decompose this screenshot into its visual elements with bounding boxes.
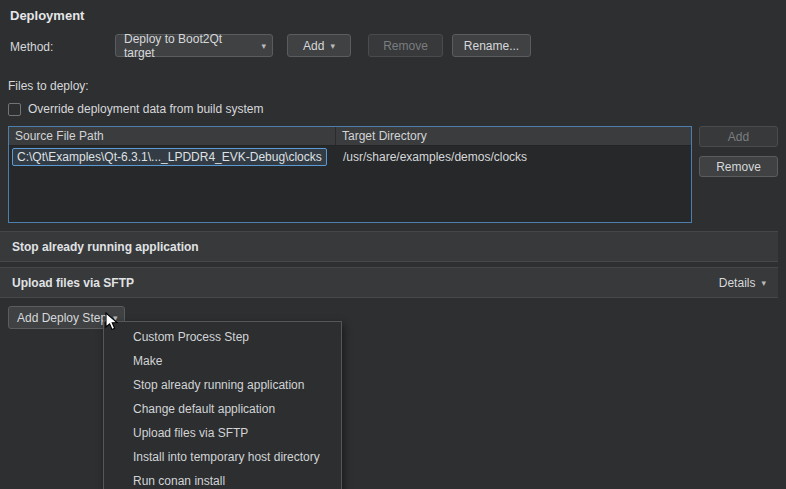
menu-item-run-conan-install[interactable]: Run conan install [105, 469, 340, 489]
target-directory-cell[interactable]: /usr/share/examples/demos/clocks [336, 150, 691, 164]
menu-item-stop-already-running-application[interactable]: Stop already running application [105, 373, 340, 397]
menu-item-make[interactable]: Make [105, 349, 340, 373]
column-header-target-directory[interactable]: Target Directory [336, 127, 691, 145]
table-header-row: Source File Path Target Directory [9, 127, 691, 146]
section-upload-files-sftp[interactable]: Upload files via SFTP Details ▾ [0, 267, 778, 298]
menu-item-change-default-application[interactable]: Change default application [105, 397, 340, 421]
remove-method-button[interactable]: Remove [368, 34, 443, 57]
rename-method-button[interactable]: Rename... [452, 34, 531, 57]
add-file-label: Add [728, 130, 749, 144]
table-row[interactable]: C:\Qt\Examples\Qt-6.3.1\..._LPDDR4_EVK-D… [9, 146, 691, 167]
rename-method-label: Rename... [464, 39, 519, 53]
add-deploy-step-menu: Custom Process Step Make Stop already ru… [103, 321, 342, 489]
source-path-cell[interactable]: C:\Qt\Examples\Qt-6.3.1\..._LPDDR4_EVK-D… [12, 148, 327, 166]
details-label: Details [719, 276, 756, 290]
method-combobox[interactable]: Deploy to Boot2Qt target ▾ [115, 34, 273, 57]
remove-method-label: Remove [383, 39, 428, 53]
section-title: Upload files via SFTP [12, 276, 134, 290]
remove-file-button[interactable]: Remove [699, 156, 778, 177]
menu-item-custom-process-step[interactable]: Custom Process Step [105, 325, 340, 349]
chevron-down-icon: ▾ [330, 41, 335, 51]
chevron-down-icon: ▾ [261, 41, 266, 51]
details-toggle[interactable]: Details ▾ [719, 276, 766, 290]
method-label: Method: [10, 40, 53, 54]
add-method-label: Add [303, 39, 324, 53]
menu-item-upload-files-via-sftp[interactable]: Upload files via SFTP [105, 421, 340, 445]
files-to-deploy-label: Files to deploy: [8, 79, 89, 93]
column-header-source-file-path[interactable]: Source File Path [9, 127, 336, 145]
remove-file-label: Remove [716, 160, 761, 174]
menu-item-install-into-temporary-host-directory[interactable]: Install into temporary host directory [105, 445, 340, 469]
override-deployment-checkbox-row[interactable]: Override deployment data from build syst… [8, 102, 263, 116]
add-method-button[interactable]: Add ▾ [287, 34, 351, 57]
checkbox-icon[interactable] [8, 103, 21, 116]
add-file-button[interactable]: Add [699, 126, 778, 147]
override-deployment-label: Override deployment data from build syst… [28, 102, 263, 116]
section-stop-already-running[interactable]: Stop already running application [0, 231, 778, 262]
deploy-files-table[interactable]: Source File Path Target Directory C:\Qt\… [8, 126, 692, 223]
add-deploy-step-label: Add Deploy Step [17, 311, 107, 325]
chevron-down-icon: ▾ [761, 278, 766, 288]
section-title: Stop already running application [12, 240, 199, 254]
page-title: Deployment [10, 8, 84, 23]
method-selected-value: Deploy to Boot2Qt target [124, 32, 255, 60]
